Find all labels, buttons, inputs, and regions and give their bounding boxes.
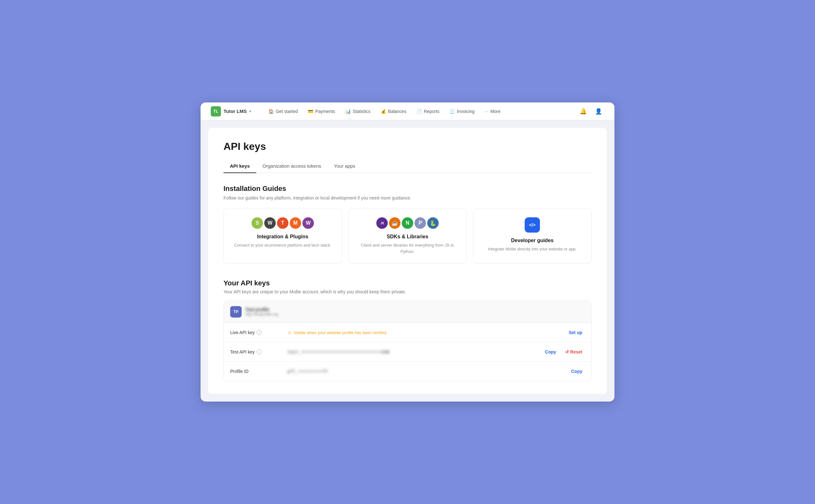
nav-label-balances: Balances bbox=[388, 109, 406, 114]
test-api-key-reset-button[interactable]: ↺ Reset bbox=[563, 348, 585, 356]
brand-logo[interactable]: TL Tutor LMS ▾ bbox=[211, 106, 251, 116]
nav-items: 🏠 Get started 💳 Payments 📊 Statistics 💰 … bbox=[264, 106, 578, 116]
tabs: API keys Organization access tokens Your… bbox=[223, 160, 592, 173]
live-api-key-setup-button[interactable]: Set up bbox=[566, 329, 585, 336]
tumblr-icon: T bbox=[277, 217, 288, 229]
brand-icon: TL bbox=[211, 106, 221, 116]
test-api-key-row: Test API key i test_••••••••••••••••••••… bbox=[224, 342, 591, 362]
magento-icon: M bbox=[290, 217, 301, 229]
warning-triangle-icon: ⚠ bbox=[287, 330, 291, 335]
profile-id-row: Profile ID pfl_•••••••••7Y Copy bbox=[224, 362, 591, 381]
profile-avatar: TP bbox=[230, 306, 242, 318]
nav-label-reports: Reports bbox=[424, 109, 439, 114]
developer-card-title: Developer guides bbox=[511, 238, 553, 243]
balances-icon: 💰 bbox=[381, 109, 386, 114]
live-api-key-row: Live API key i ⚠ Visible when your websi… bbox=[224, 323, 591, 342]
reports-icon: 📄 bbox=[417, 109, 422, 114]
wix-icon: W bbox=[264, 217, 276, 229]
statistics-icon: 📊 bbox=[345, 109, 351, 114]
nav-label-get-started: Get started bbox=[276, 109, 298, 114]
installation-title: Installation Guides bbox=[223, 185, 592, 193]
invoicing-icon: 🧾 bbox=[450, 109, 455, 114]
api-keys-title: Your API keys bbox=[223, 279, 592, 287]
sdks-card-title: SDKs & Libraries bbox=[387, 234, 429, 240]
api-keys-box: TP Test profile http://testprofile.org L… bbox=[223, 301, 592, 381]
python-icon: 🐍 bbox=[427, 217, 439, 229]
reset-icon: ↺ bbox=[565, 349, 569, 354]
payments-icon: 💳 bbox=[308, 109, 313, 114]
developer-card-desc: Integrate Mollie directly into your webs… bbox=[488, 246, 577, 252]
developer-icon: </> bbox=[525, 217, 540, 233]
home-icon: 🏠 bbox=[268, 109, 274, 114]
sdks-card-desc: Client and server libraries for everythi… bbox=[356, 242, 459, 255]
tab-your-apps[interactable]: Your apps bbox=[327, 160, 362, 173]
profile-id-label: Profile ID bbox=[230, 369, 287, 374]
shopify-icon: S bbox=[251, 217, 263, 229]
developer-icons: </> bbox=[525, 217, 540, 233]
nav-label-payments: Payments bbox=[315, 109, 335, 114]
guide-card-integration[interactable]: S W T M W Integration & Plugins Connect … bbox=[223, 208, 342, 264]
nav-actions: 🔔 👤 bbox=[578, 106, 604, 117]
nav-label-invoicing: Invoicing bbox=[457, 109, 474, 114]
profile-info: Test profile http://testprofile.org bbox=[245, 307, 278, 317]
node-icon: N bbox=[402, 217, 413, 229]
api-profile-header: TP Test profile http://testprofile.org bbox=[224, 301, 591, 323]
guide-cards: S W T M W Integration & Plugins Connect … bbox=[223, 208, 592, 264]
account-button[interactable]: 👤 bbox=[593, 106, 604, 117]
api-keys-description: Your API keys are unique to your Mollie … bbox=[223, 289, 592, 294]
test-api-key-label: Test API key i bbox=[230, 349, 287, 354]
live-api-key-warning: ⚠ Visible when your website profile has … bbox=[287, 330, 566, 335]
live-api-key-value: ⚠ Visible when your website profile has … bbox=[287, 330, 566, 335]
dotnet-icon: .N bbox=[376, 217, 388, 229]
top-nav: TL Tutor LMS ▾ 🏠 Get started 💳 Payments … bbox=[200, 102, 615, 120]
sdk-icons: .N ☕ N P 🐍 bbox=[376, 217, 439, 229]
java-icon: ☕ bbox=[389, 217, 400, 229]
nav-item-reports[interactable]: 📄 Reports bbox=[412, 106, 444, 116]
test-api-key-actions: Copy ↺ Reset bbox=[543, 348, 585, 356]
integration-icons: S W T M W bbox=[251, 217, 314, 229]
profile-id-copy-button[interactable]: Copy bbox=[569, 367, 585, 375]
nav-item-get-started[interactable]: 🏠 Get started bbox=[264, 106, 302, 116]
guide-card-sdks[interactable]: .N ☕ N P 🐍 SDKs & Libraries Client and s… bbox=[348, 208, 467, 264]
user-icon: 👤 bbox=[595, 108, 602, 115]
main-content: API keys API keys Organization access to… bbox=[208, 128, 607, 394]
guide-card-developer[interactable]: </> Developer guides Integrate Mollie di… bbox=[473, 208, 592, 264]
installation-description: Follow our guides for any platform, inte… bbox=[223, 195, 592, 200]
test-api-key-value: test_••••••••••••••••••••••••••••••kHW bbox=[287, 349, 543, 354]
tab-api-keys[interactable]: API keys bbox=[223, 160, 256, 173]
more-icon: ··· bbox=[485, 109, 488, 114]
nav-item-balances[interactable]: 💰 Balances bbox=[376, 106, 411, 116]
profile-id-actions: Copy bbox=[569, 367, 585, 375]
profile-name: Test profile bbox=[245, 307, 278, 312]
nav-label-more: More bbox=[490, 109, 501, 114]
test-api-key-info-icon[interactable]: i bbox=[256, 349, 262, 354]
notification-button[interactable]: 🔔 bbox=[578, 106, 589, 117]
nav-item-payments[interactable]: 💳 Payments bbox=[303, 106, 339, 116]
integration-card-desc: Connect to your ecommerce platform and t… bbox=[234, 242, 331, 249]
woocommerce-icon: W bbox=[302, 217, 314, 229]
nav-label-statistics: Statistics bbox=[353, 109, 370, 114]
profile-id-value: pfl_•••••••••7Y bbox=[287, 369, 569, 374]
page-title: API keys bbox=[223, 141, 592, 152]
test-api-key-copy-button[interactable]: Copy bbox=[543, 348, 559, 356]
app-window: TL Tutor LMS ▾ 🏠 Get started 💳 Payments … bbox=[200, 102, 615, 402]
nav-item-statistics[interactable]: 📊 Statistics bbox=[341, 106, 375, 116]
brand-name: Tutor LMS bbox=[223, 109, 247, 114]
nav-item-invoicing[interactable]: 🧾 Invoicing bbox=[445, 106, 479, 116]
profile-url: http://testprofile.org bbox=[245, 312, 278, 317]
live-api-key-actions: Set up bbox=[566, 329, 585, 336]
php-icon: P bbox=[415, 217, 426, 229]
live-api-key-info-icon[interactable]: i bbox=[256, 330, 262, 335]
tab-org-tokens[interactable]: Organization access tokens bbox=[256, 160, 327, 173]
brand-chevron-icon: ▾ bbox=[249, 109, 251, 114]
bell-icon: 🔔 bbox=[580, 108, 587, 115]
live-api-key-label: Live API key i bbox=[230, 330, 287, 335]
integration-card-title: Integration & Plugins bbox=[257, 234, 308, 240]
nav-item-more[interactable]: ··· More bbox=[480, 106, 505, 116]
